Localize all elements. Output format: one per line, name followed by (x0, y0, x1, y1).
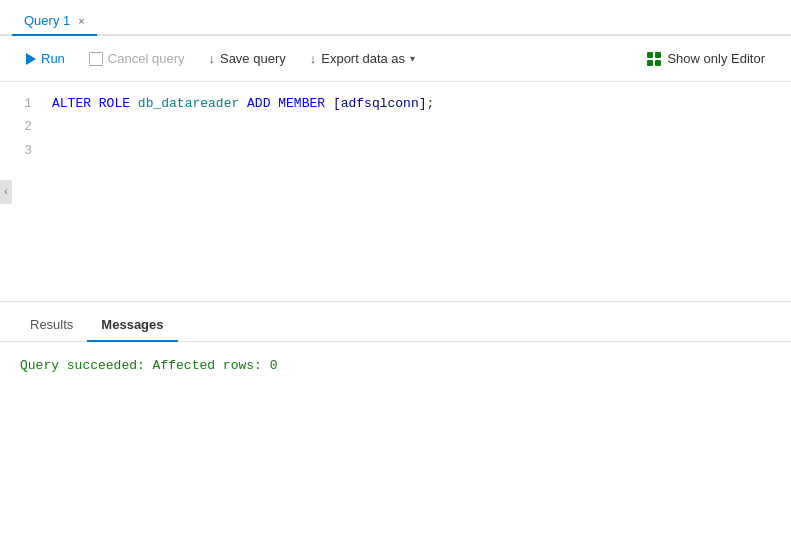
run-label: Run (41, 51, 65, 66)
save-icon: ↓ (208, 51, 215, 66)
result-tabs: Results Messages (0, 302, 791, 342)
results-panel: Results Messages Query succeeded: Affect… (0, 302, 791, 389)
query-tab[interactable]: Query 1 × (12, 7, 97, 36)
kw-role: db_datareader (138, 96, 239, 111)
resize-handle[interactable]: ‹ (0, 180, 12, 204)
run-icon (26, 53, 36, 65)
cancel-button[interactable]: Cancel query (79, 46, 195, 71)
tab-messages[interactable]: Messages (87, 309, 177, 342)
line-num-1: 1 (8, 92, 32, 115)
save-label: Save query (220, 51, 286, 66)
grid-icon (647, 52, 661, 66)
tab-close-icon[interactable]: × (78, 15, 84, 27)
messages-tab-label: Messages (101, 317, 163, 332)
toolbar: Run Cancel query ↓ Save query ↓ Export d… (0, 36, 791, 82)
line-num-3: 3 (8, 139, 32, 162)
results-tab-label: Results (30, 317, 73, 332)
kw-alter: ALTER ROLE (52, 96, 130, 111)
code-editor[interactable]: ALTER ROLE db_datareader ADD MEMBER [adf… (40, 82, 791, 301)
tab-label: Query 1 (24, 13, 70, 28)
result-content: Query succeeded: Affected rows: 0 (0, 342, 791, 389)
show-editor-label: Show only Editor (667, 51, 765, 66)
save-button[interactable]: ↓ Save query (198, 46, 295, 71)
run-button[interactable]: Run (16, 46, 75, 71)
export-button[interactable]: ↓ Export data as ▾ (300, 46, 425, 71)
cancel-label: Cancel query (108, 51, 185, 66)
export-dropdown-icon: ▾ (410, 53, 415, 64)
cancel-icon (89, 52, 103, 66)
code-line-2: ALTER ROLE db_datareader ADD MEMBER [adf… (52, 92, 779, 115)
line-num-2: 2 (8, 115, 32, 138)
tab-results[interactable]: Results (16, 309, 87, 342)
success-message: Query succeeded: Affected rows: 0 (20, 358, 277, 373)
show-editor-button[interactable]: Show only Editor (637, 46, 775, 71)
export-label: Export data as (321, 51, 405, 66)
kw-member: [adfsqlconn] (333, 96, 427, 111)
tab-bar: Query 1 × (0, 0, 791, 36)
editor-area: ‹ 1 2 3 ALTER ROLE db_datareader ADD MEM… (0, 82, 791, 302)
kw-add: ADD MEMBER (247, 96, 325, 111)
export-icon: ↓ (310, 51, 317, 66)
